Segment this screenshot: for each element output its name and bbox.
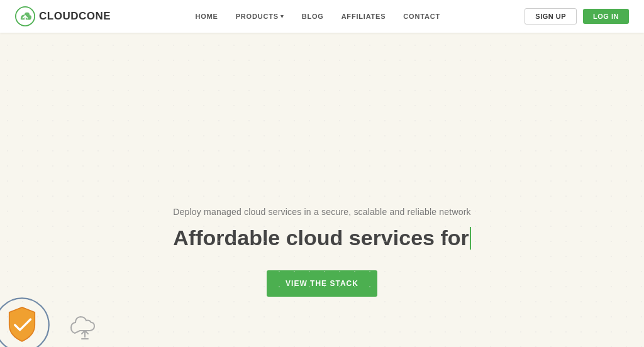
signup-button[interactable]: SIGN UP xyxy=(525,8,577,25)
dots-pattern xyxy=(0,38,644,347)
logo-icon xyxy=(15,6,35,26)
chevron-down-icon: ▾ xyxy=(280,13,284,19)
nav-home[interactable]: HOME xyxy=(196,13,218,20)
shield-decoration xyxy=(0,297,50,347)
nav-affiliates[interactable]: AFFILIATES xyxy=(341,13,386,20)
cloud-upload-icon xyxy=(66,309,104,347)
shield-icon xyxy=(0,297,50,347)
nav-products[interactable]: PRODUCTS ▾ xyxy=(236,13,284,20)
hero-section: Deploy managed cloud services in a secur… xyxy=(0,0,644,347)
nav-blog[interactable]: BLOG xyxy=(302,13,324,20)
nav-contact[interactable]: CONTACT xyxy=(403,13,440,20)
logo-text: CLOUDCONE xyxy=(39,10,111,23)
cloud-upload-decoration xyxy=(66,309,104,347)
login-button[interactable]: LOG IN xyxy=(583,9,629,24)
nav-actions: SIGN UP LOG IN xyxy=(525,8,629,25)
nav-links: HOME PRODUCTS ▾ BLOG AFFILIATES CONTACT xyxy=(196,13,440,20)
logo[interactable]: CLOUDCONE xyxy=(15,6,111,26)
navbar: CLOUDCONE HOME PRODUCTS ▾ BLOG AFFILIATE… xyxy=(0,0,644,33)
